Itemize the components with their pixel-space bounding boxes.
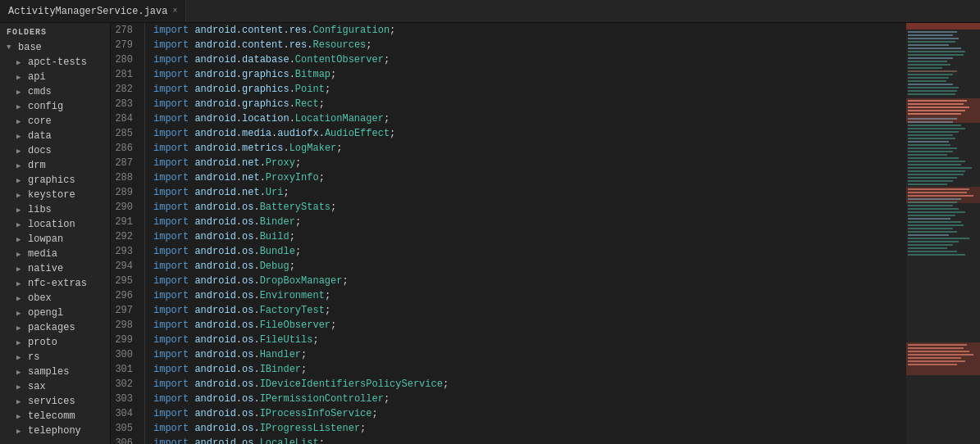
- sidebar-item-drm[interactable]: ▶drm: [0, 158, 110, 173]
- sidebar-item-config[interactable]: ▶config: [0, 99, 110, 114]
- sidebar-item-telephony[interactable]: ▶telephony: [0, 424, 110, 438]
- sidebar-item-opengl[interactable]: ▶opengl: [0, 306, 110, 320]
- sidebar-item-telecomm[interactable]: ▶telecomm: [0, 409, 110, 424]
- code-line-281: import android.graphics.Bitmap;: [153, 67, 906, 82]
- folder-label-rs: rs: [28, 351, 107, 363]
- chevron-icon-base: ▼: [7, 43, 18, 52]
- folder-label-docs: docs: [28, 145, 107, 156]
- sidebar-item-media[interactable]: ▶media: [0, 247, 110, 261]
- code-line-294: import android.os.Debug;: [153, 259, 906, 274]
- folder-label-proto: proto: [28, 337, 107, 348]
- folder-label-api: api: [28, 71, 107, 83]
- chevron-icon-drm: ▶: [16, 161, 28, 170]
- sidebar-item-native[interactable]: ▶native: [0, 261, 110, 276]
- file-tab[interactable]: ActivityManagerService.java ×: [0, 0, 186, 22]
- folder-label-keystore: keystore: [28, 189, 107, 201]
- sidebar-item-base[interactable]: ▼base: [0, 40, 110, 55]
- line-number-288: 288: [111, 170, 138, 185]
- chevron-icon-location: ▶: [16, 220, 28, 229]
- code-line-286: import android.metrics.LogMaker;: [153, 141, 906, 156]
- sidebar-item-packages[interactable]: ▶packages: [0, 320, 110, 335]
- code-line-304: import android.os.IProcessInfoService;: [153, 406, 906, 421]
- sidebar-item-nfc-extras[interactable]: ▶nfc-extras: [0, 276, 110, 291]
- chevron-icon-cmds: ▶: [16, 88, 28, 97]
- code-content[interactable]: import android.content.res.Configuration…: [145, 23, 906, 444]
- code-line-283: import android.graphics.Rect;: [153, 97, 906, 111]
- sidebar-item-core[interactable]: ▶core: [0, 114, 110, 129]
- code-line-306: import android.os.LocaleList;: [153, 436, 906, 444]
- tab-bar: ActivityManagerService.java ×: [0, 0, 980, 23]
- line-number-281: 281: [111, 67, 138, 82]
- sidebar-item-samples[interactable]: ▶samples: [0, 365, 110, 379]
- sidebar-item-proto[interactable]: ▶proto: [0, 335, 110, 350]
- sidebar-item-graphics[interactable]: ▶graphics: [0, 173, 110, 188]
- chevron-icon-telephony: ▶: [16, 427, 28, 436]
- line-number-302: 302: [111, 377, 138, 392]
- chevron-icon-libs: ▶: [16, 206, 28, 215]
- code-line-280: import android.database.ContentObserver;: [153, 52, 906, 67]
- code-line-289: import android.net.Uri;: [153, 185, 906, 200]
- code-line-285: import android.media.audiofx.AudioEffect…: [153, 126, 906, 141]
- tab-filename: ActivityManagerService.java: [8, 6, 167, 17]
- folder-label-services: services: [28, 396, 107, 407]
- folder-label-data: data: [28, 130, 107, 142]
- line-number-279: 279: [111, 38, 138, 52]
- code-line-303: import android.os.IPermissionController;: [153, 392, 906, 406]
- line-number-280: 280: [111, 52, 138, 67]
- line-numbers: 2782792802812822832842852862872882892902…: [111, 23, 145, 444]
- sidebar-item-api[interactable]: ▶api: [0, 70, 110, 84]
- chevron-icon-proto: ▶: [16, 338, 28, 347]
- sidebar-item-obex[interactable]: ▶obex: [0, 291, 110, 306]
- line-number-289: 289: [111, 185, 138, 200]
- line-number-297: 297: [111, 303, 138, 318]
- sidebar-item-keystore[interactable]: ▶keystore: [0, 188, 110, 202]
- chevron-icon-graphics: ▶: [16, 176, 28, 185]
- line-number-291: 291: [111, 215, 138, 229]
- chevron-icon-docs: ▶: [16, 147, 28, 156]
- code-line-302: import android.os.IDeviceIdentifiersPoli…: [153, 377, 906, 392]
- folder-label-packages: packages: [28, 322, 107, 333]
- chevron-icon-native: ▶: [16, 265, 28, 274]
- chevron-icon-telecomm: ▶: [16, 412, 28, 421]
- chevron-icon-data: ▶: [16, 132, 28, 141]
- line-number-304: 304: [111, 406, 138, 421]
- code-line-300: import android.os.Handler;: [153, 347, 906, 362]
- code-line-288: import android.net.ProxyInfo;: [153, 170, 906, 185]
- folder-label-config: config: [28, 101, 107, 112]
- line-number-296: 296: [111, 288, 138, 303]
- folder-label-lowpan: lowpan: [28, 233, 107, 245]
- sidebar-item-cmds[interactable]: ▶cmds: [0, 84, 110, 99]
- folder-label-apct-tests: apct-tests: [28, 57, 107, 68]
- sidebar-item-docs[interactable]: ▶docs: [0, 143, 110, 158]
- line-number-299: 299: [111, 333, 138, 347]
- chevron-icon-lowpan: ▶: [16, 235, 28, 244]
- chevron-icon-sax: ▶: [16, 383, 28, 392]
- chevron-icon-config: ▶: [16, 102, 28, 111]
- chevron-icon-apct-tests: ▶: [16, 58, 28, 67]
- folder-label-cmds: cmds: [28, 86, 107, 97]
- sidebar-item-location[interactable]: ▶location: [0, 217, 110, 232]
- editor-area: 2782792802812822832842852862872882892902…: [111, 23, 980, 444]
- sidebar-item-lowpan[interactable]: ▶lowpan: [0, 232, 110, 247]
- sidebar-item-apct-tests[interactable]: ▶apct-tests: [0, 55, 110, 70]
- sidebar-item-data[interactable]: ▶data: [0, 129, 110, 143]
- line-number-294: 294: [111, 259, 138, 274]
- code-line-278: import android.content.res.Configuration…: [153, 23, 906, 38]
- sidebar-item-rs[interactable]: ▶rs: [0, 350, 110, 365]
- code-line-293: import android.os.Bundle;: [153, 244, 906, 259]
- tab-close-icon[interactable]: ×: [172, 7, 177, 16]
- sidebar-header: FOLDERS: [0, 23, 110, 40]
- code-line-292: import android.os.Build;: [153, 229, 906, 244]
- chevron-icon-keystore: ▶: [16, 191, 28, 200]
- folder-label-location: location: [28, 219, 107, 230]
- code-line-290: import android.os.BatteryStats;: [153, 200, 906, 215]
- line-number-285: 285: [111, 126, 138, 141]
- folder-label-base: base: [18, 42, 107, 53]
- main-content: FOLDERS ▼base▶apct-tests▶api▶cmds▶config…: [0, 23, 980, 444]
- line-number-306: 306: [111, 436, 138, 444]
- folder-label-telecomm: telecomm: [28, 410, 107, 422]
- sidebar-item-libs[interactable]: ▶libs: [0, 202, 110, 217]
- sidebar-item-services[interactable]: ▶services: [0, 394, 110, 409]
- sidebar-item-sax[interactable]: ▶sax: [0, 379, 110, 394]
- code-line-287: import android.net.Proxy;: [153, 156, 906, 170]
